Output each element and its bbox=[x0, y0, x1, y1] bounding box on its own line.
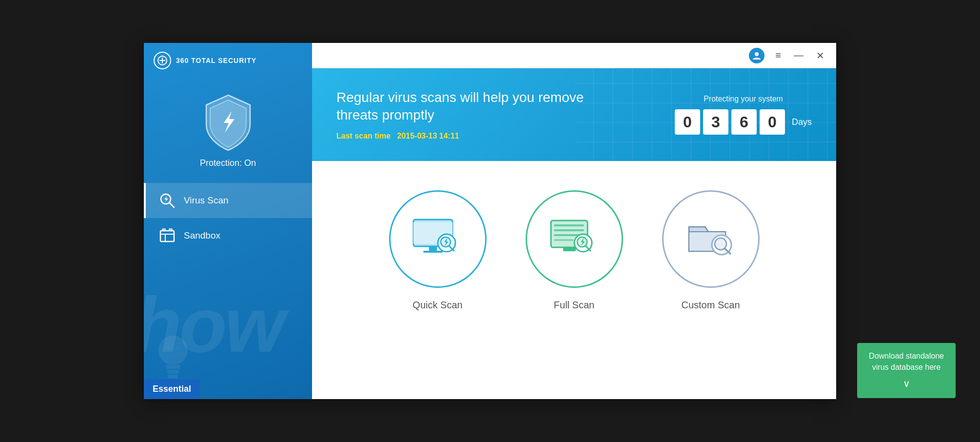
nav-item-sandbox[interactable]: Sandbox bbox=[144, 218, 312, 253]
menu-button[interactable]: ≡ bbox=[773, 50, 783, 61]
custom-scan-circle bbox=[662, 190, 760, 288]
protecting-label: Protecting your system bbox=[675, 95, 812, 103]
protection-status: Protection: On bbox=[200, 158, 256, 168]
custom-scan-label: Custom Scan bbox=[681, 300, 740, 311]
banner-headline: Regular virus scans will help you remove… bbox=[336, 89, 584, 124]
essential-badge: Essential bbox=[144, 379, 200, 399]
nav-item-virus-scan[interactable]: Virus Scan bbox=[144, 183, 312, 218]
banner: Regular virus scans will help you remove… bbox=[312, 68, 836, 161]
digit-1: 3 bbox=[703, 109, 728, 135]
svg-rect-29 bbox=[563, 247, 576, 251]
quick-scan-card[interactable]: Quick Scan bbox=[389, 190, 487, 311]
digit-3: 0 bbox=[760, 109, 785, 135]
nav-items: Virus Scan Sandbox bbox=[144, 183, 312, 253]
banner-text: Regular virus scans will help you remove… bbox=[336, 89, 584, 141]
banner-subtext: Last scan time 2015-03-13 14:11 bbox=[336, 132, 584, 141]
svg-point-15 bbox=[176, 346, 180, 350]
svg-rect-19 bbox=[429, 246, 437, 251]
download-banner[interactable]: Download standalone virus database here … bbox=[857, 343, 956, 398]
sandbox-icon bbox=[158, 227, 176, 244]
banner-counter: Protecting your system 0 3 6 0 Days bbox=[675, 95, 812, 135]
svg-rect-12 bbox=[167, 370, 179, 374]
full-scan-circle bbox=[526, 190, 623, 288]
logo-icon bbox=[154, 52, 171, 69]
full-scan-card[interactable]: Full Scan bbox=[526, 190, 623, 311]
user-icon[interactable] bbox=[749, 48, 764, 63]
nav-label-sandbox: Sandbox bbox=[184, 230, 220, 241]
virus-scan-icon bbox=[158, 192, 176, 209]
svg-line-4 bbox=[169, 202, 174, 207]
svg-point-14 bbox=[166, 346, 170, 350]
svg-rect-5 bbox=[160, 231, 174, 241]
last-scan-time: 2015-03-13 14:11 bbox=[397, 132, 459, 140]
scan-area: Quick Scan bbox=[312, 161, 836, 399]
shield-icon bbox=[201, 93, 255, 151]
minimize-button[interactable]: — bbox=[792, 50, 805, 61]
full-scan-label: Full Scan bbox=[554, 300, 594, 311]
download-line1: Download standalone bbox=[869, 351, 944, 362]
svg-rect-8 bbox=[162, 228, 166, 231]
download-arrow-icon: ∨ bbox=[869, 377, 944, 390]
shield-container: Protection: On bbox=[200, 93, 256, 168]
quick-scan-label: Quick Scan bbox=[412, 300, 462, 311]
scan-cards: Quick Scan bbox=[312, 161, 836, 330]
sidebar-logo: 360 TOTAL SECURITY bbox=[144, 43, 312, 78]
last-scan-prefix: Last scan time bbox=[336, 132, 391, 140]
nav-label-virus-scan: Virus Scan bbox=[184, 195, 229, 206]
svg-point-10 bbox=[158, 336, 188, 365]
main-content: ≡ — ✕ Regular virus scans will help you … bbox=[312, 43, 836, 399]
svg-rect-28 bbox=[554, 239, 573, 241]
svg-rect-9 bbox=[169, 228, 173, 231]
custom-scan-card[interactable]: Custom Scan bbox=[662, 190, 760, 311]
days-label: Days bbox=[792, 117, 812, 127]
title-bar: ≡ — ✕ bbox=[312, 43, 836, 68]
download-line2: virus database here bbox=[869, 362, 944, 373]
app-title: 360 TOTAL SECURITY bbox=[176, 57, 256, 64]
digit-0: 0 bbox=[675, 109, 700, 135]
counter-digits: 0 3 6 0 Days bbox=[675, 109, 812, 135]
svg-rect-26 bbox=[554, 229, 584, 231]
svg-rect-13 bbox=[168, 375, 178, 379]
close-button[interactable]: ✕ bbox=[814, 50, 826, 61]
svg-rect-20 bbox=[423, 251, 443, 253]
svg-point-16 bbox=[755, 52, 759, 56]
svg-rect-11 bbox=[166, 365, 180, 369]
sidebar: 360 TOTAL SECURITY Protection: On bbox=[144, 43, 312, 399]
quick-scan-circle bbox=[389, 190, 487, 288]
digit-2: 6 bbox=[731, 109, 757, 135]
svg-rect-25 bbox=[554, 224, 584, 226]
